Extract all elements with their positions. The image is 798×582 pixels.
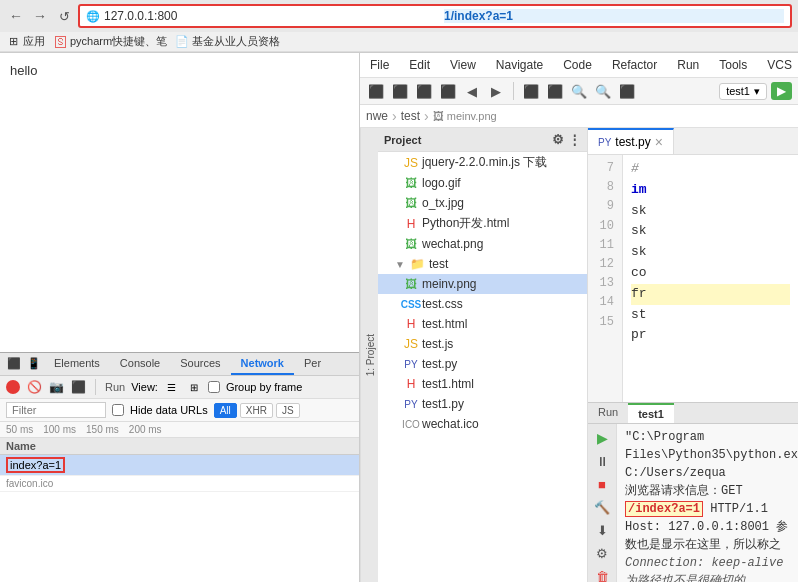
menu-tools[interactable]: Tools — [709, 55, 757, 75]
toolbar-btn-9[interactable]: 🔍 — [569, 81, 589, 101]
code-content[interactable]: # im sk sk sk co fr st pr — [623, 155, 798, 402]
tree-label-test-html: test.html — [422, 317, 467, 331]
run-tab-test1[interactable]: test1 — [628, 403, 674, 423]
tab-performance[interactable]: Per — [294, 353, 331, 375]
tab-sources[interactable]: Sources — [170, 353, 230, 375]
tree-item-logo[interactable]: 🖼 logo.gif — [378, 173, 587, 193]
html-file-icon: H — [403, 216, 419, 232]
browser-content-area: hello ⬛ 📱 Elements Console Sources Netwo… — [0, 53, 360, 582]
js-type-button[interactable]: JS — [276, 403, 300, 418]
tree-item-test-html[interactable]: H test.html — [378, 314, 587, 334]
xhr-type-button[interactable]: XHR — [240, 403, 273, 418]
run-config-name: test1 — [726, 85, 750, 97]
main-area: hello ⬛ 📱 Elements Console Sources Netwo… — [0, 53, 798, 582]
breadcrumb-test[interactable]: test — [401, 109, 420, 123]
filter-icon[interactable]: ⬛ — [70, 379, 86, 395]
forward-button[interactable]: → — [30, 6, 50, 26]
toolbar-sep — [513, 82, 514, 100]
tree-item-jquery[interactable]: JS jquery-2.2.0.min.js 下载 — [378, 152, 587, 173]
address-bar[interactable]: 🌐 127.0.0.1:8001/index?a=1 — [78, 4, 792, 28]
camera-button[interactable]: 📷 — [48, 379, 64, 395]
hide-data-urls-checkbox[interactable] — [112, 404, 124, 416]
toolbar-btn-6[interactable]: ▶ — [486, 81, 506, 101]
run-settings-button[interactable]: ⚙ — [592, 543, 612, 563]
menu-vcs[interactable]: VCS — [757, 55, 798, 75]
run-trash-button[interactable]: 🗑 — [592, 566, 612, 582]
toolbar-btn-2[interactable]: ⬛ — [390, 81, 410, 101]
reload-button[interactable]: ↺ — [54, 6, 74, 26]
run-stop-button[interactable]: ■ — [592, 474, 612, 494]
gear-icon[interactable]: ⋮ — [568, 132, 581, 147]
tree-item-wechat-ico[interactable]: ICO wechat.ico — [378, 414, 587, 434]
browser-top: ← → ↺ 🌐 127.0.0.1:8001/index?a=1 ⊞ 应用 🅂 … — [0, 0, 798, 53]
devtools-device-button[interactable]: 📱 — [24, 353, 44, 373]
net-list-item-2[interactable]: favicon.ico — [0, 476, 359, 492]
breadcrumb-nwe[interactable]: nwe — [366, 109, 388, 123]
chevron-down-icon: ▾ — [754, 85, 760, 98]
breadcrumb-file[interactable]: 🖼 meinv.png — [433, 110, 497, 122]
tree-item-wechat-png[interactable]: 🖼 wechat.png — [378, 234, 587, 254]
tree-item-test-js[interactable]: JS test.js — [378, 334, 587, 354]
run-play-button[interactable]: ▶ — [592, 428, 612, 448]
tree-item-otx[interactable]: 🖼 o_tx.jpg — [378, 193, 587, 213]
tree-item-meinv[interactable]: 🖼 meinv.png — [378, 274, 587, 294]
tab-close-icon[interactable]: × — [655, 134, 663, 150]
run-scroll-button[interactable]: ⬇ — [592, 520, 612, 540]
tab-console[interactable]: Console — [110, 353, 170, 375]
toolbar-btn-10[interactable]: 🔍 — [593, 81, 613, 101]
settings-icon[interactable]: ⚙ — [552, 132, 564, 147]
filter-input[interactable] — [6, 402, 106, 418]
all-type-button[interactable]: All — [214, 403, 237, 418]
tree-item-test1-py[interactable]: PY test1.py — [378, 394, 587, 414]
tree-item-test-folder[interactable]: ▼ 📁 test — [378, 254, 587, 274]
tree-item-python[interactable]: H Python开发.html — [378, 213, 587, 234]
editor-tab-test-py[interactable]: PY test.py × — [588, 128, 674, 154]
run-button[interactable]: ▶ — [771, 82, 792, 100]
lock-icon: 🌐 — [86, 10, 100, 23]
record-button[interactable] — [6, 380, 20, 394]
menu-edit[interactable]: Edit — [399, 55, 440, 75]
view-label: Run — [105, 381, 125, 393]
apps-icon: ⊞ — [6, 35, 20, 49]
menu-code[interactable]: Code — [553, 55, 602, 75]
view-grid-icon[interactable]: ⊞ — [186, 379, 202, 395]
devtools-inspect-button[interactable]: ⬛ — [4, 353, 24, 373]
bookmark-pycharm[interactable]: 🅂 pycharm快捷键、笔 — [53, 34, 167, 49]
run-tab-run[interactable]: Run — [588, 403, 628, 423]
toolbar-btn-1[interactable]: ⬛ — [366, 81, 386, 101]
devtools-toolbar: 🚫 📷 ⬛ Run View: ☰ ⊞ Group by frame — [0, 376, 359, 399]
group-by-frame-checkbox[interactable] — [208, 381, 220, 393]
toolbar-btn-7[interactable]: ⬛ — [521, 81, 541, 101]
toolbar-btn-4[interactable]: ⬛ — [438, 81, 458, 101]
toolbar-btn-8[interactable]: ⬛ — [545, 81, 565, 101]
toolbar-btn-5[interactable]: ◀ — [462, 81, 482, 101]
menu-view[interactable]: View — [440, 55, 486, 75]
back-button[interactable]: ← — [6, 6, 26, 26]
run-config-selector[interactable]: test1 ▾ — [719, 83, 767, 100]
tab-elements[interactable]: Elements — [44, 353, 110, 375]
tree-item-test-py[interactable]: PY test.py — [378, 354, 587, 374]
net-list-item[interactable]: index?a=1 — [0, 455, 359, 476]
toolbar-btn-3[interactable]: ⬛ — [414, 81, 434, 101]
menu-refactor[interactable]: Refactor — [602, 55, 667, 75]
toolbar-btn-11[interactable]: ⬛ — [617, 81, 637, 101]
view-list-icon[interactable]: ☰ — [164, 379, 180, 395]
run-build-button[interactable]: 🔨 — [592, 497, 612, 517]
bookmark-fund[interactable]: 📄 基金从业人员资格 — [175, 34, 280, 49]
project-side-tab[interactable]: 1: Project — [365, 334, 376, 376]
net-name-header: Name — [6, 440, 36, 452]
menu-run[interactable]: Run — [667, 55, 709, 75]
menu-file[interactable]: File — [360, 55, 399, 75]
bookmark-apps[interactable]: ⊞ 应用 — [6, 34, 45, 49]
run-side-toolbar: ▶ ⏸ ■ 🔨 ⬇ ⚙ 🗑 — [588, 424, 617, 582]
run-panel: Run test1 ▶ ⏸ ■ 🔨 ⬇ ⚙ 🗑 — [588, 402, 798, 582]
breadcrumb-sep-2: › — [424, 108, 429, 124]
tree-item-test1-html[interactable]: H test1.html — [378, 374, 587, 394]
tab-network[interactable]: Network — [231, 353, 294, 375]
menu-navigate[interactable]: Navigate — [486, 55, 553, 75]
clear-button[interactable]: 🚫 — [26, 379, 42, 395]
line-numbers: 7 8 9 10 11 12 13 14 15 — [588, 155, 623, 402]
code-line-13: fr — [631, 284, 790, 305]
tree-item-test-css[interactable]: CSS test.css — [378, 294, 587, 314]
run-pause-button[interactable]: ⏸ — [592, 451, 612, 471]
